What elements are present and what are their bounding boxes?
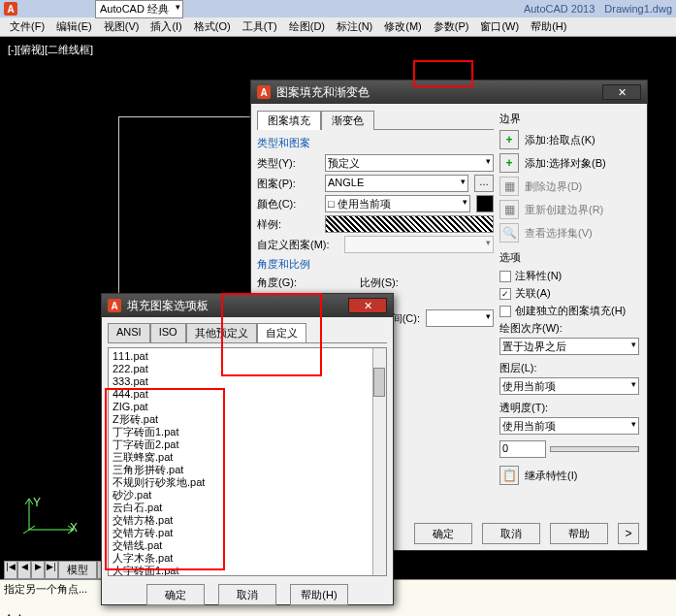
- menu-file[interactable]: 文件(F): [4, 17, 50, 36]
- color-swatch[interactable]: [476, 195, 494, 212]
- menu-window[interactable]: 窗口(W): [474, 17, 525, 36]
- tab-nav-prev[interactable]: ◀: [17, 561, 31, 579]
- list-item[interactable]: 333.pat: [113, 375, 382, 388]
- separate-label: 创建独立的图案填充(H): [515, 304, 626, 318]
- draw-order-dropdown[interactable]: 置于边界之后: [499, 338, 639, 355]
- group-angle-scale: 角度和比例: [257, 257, 494, 272]
- associative-checkbox[interactable]: ✓: [499, 288, 511, 300]
- list-item[interactable]: 111.pat: [113, 350, 382, 363]
- list-item[interactable]: 222.pat: [113, 363, 382, 375]
- layout-tab-model[interactable]: 模型: [58, 561, 97, 579]
- transparency-slider[interactable]: [550, 446, 639, 452]
- list-item[interactable]: ZIG.pat: [113, 401, 382, 413]
- angle-label: 角度(G):: [257, 276, 319, 290]
- menu-help[interactable]: 帮助(H): [525, 17, 572, 36]
- palette-tab-custom[interactable]: 自定义: [257, 323, 306, 342]
- list-item[interactable]: 人字砖面1.pat: [113, 565, 382, 576]
- annotative-checkbox[interactable]: [499, 271, 511, 282]
- color-dropdown[interactable]: □ 使用当前项: [325, 195, 470, 212]
- tab-nav-last[interactable]: ▶|: [45, 561, 58, 579]
- select-objects-icon[interactable]: +: [499, 153, 519, 173]
- pick-points-label[interactable]: 添加:拾取点(K): [525, 133, 596, 147]
- list-item[interactable]: 人字木条.pat: [113, 552, 382, 565]
- close-button[interactable]: ✕: [602, 84, 641, 100]
- list-item[interactable]: 交错方砖.pat: [113, 527, 382, 539]
- list-item[interactable]: 444.pat: [113, 388, 382, 401]
- palette-titlebar[interactable]: A 填充图案选项板 ✕: [102, 294, 393, 317]
- tab-hatch[interactable]: 图案填充: [257, 111, 321, 130]
- palette-close-button[interactable]: ✕: [348, 298, 387, 313]
- menu-view[interactable]: 视图(V): [98, 17, 145, 36]
- list-item[interactable]: 交错方格.pat: [113, 514, 382, 527]
- menu-dim[interactable]: 标注(N): [331, 17, 378, 36]
- view-selections-label: 查看选择集(V): [525, 226, 593, 241]
- sample-swatch[interactable]: [325, 215, 494, 233]
- hatch-expand-button[interactable]: >: [618, 523, 639, 544]
- palette-tab-other[interactable]: 其他预定义: [186, 323, 257, 342]
- transparency-spinner[interactable]: 0: [499, 440, 546, 458]
- custom-pattern-dropdown: [344, 236, 494, 253]
- list-item[interactable]: Z形砖.pat: [113, 413, 382, 426]
- inherit-props-label[interactable]: 继承特性(I): [525, 469, 577, 483]
- palette-scrollbar[interactable]: [372, 348, 386, 575]
- pattern-browse-button[interactable]: …: [474, 175, 494, 192]
- palette-cancel-button[interactable]: 取消: [218, 584, 276, 605]
- menu-modify[interactable]: 修改(M): [378, 17, 428, 36]
- list-item[interactable]: 云白石.pat: [113, 502, 382, 514]
- pick-points-icon[interactable]: +: [499, 130, 519, 149]
- hatch-dialog-title: 图案填充和渐变色: [276, 84, 370, 101]
- menu-param[interactable]: 参数(P): [428, 17, 475, 36]
- menu-format[interactable]: 格式(O): [188, 17, 237, 36]
- tab-nav-first[interactable]: |◀: [4, 561, 17, 579]
- layer-dropdown[interactable]: 使用当前项: [499, 377, 639, 395]
- tab-nav-next[interactable]: ▶: [31, 561, 45, 579]
- pattern-label: 图案(P):: [257, 177, 319, 191]
- palette-ok-button[interactable]: 确定: [146, 584, 205, 605]
- menu-edit[interactable]: 编辑(E): [50, 17, 98, 36]
- palette-tab-ansi[interactable]: ANSI: [108, 323, 150, 342]
- inherit-props-icon[interactable]: 📋: [499, 466, 519, 485]
- palette-list[interactable]: 111.pat 222.pat 333.pat 444.pat ZIG.pat …: [108, 347, 387, 576]
- pattern-palette-dialog: A 填充图案选项板 ✕ ANSI ISO 其他预定义 自定义 111.pat 2…: [101, 293, 394, 605]
- transparency-label: 透明度(T):: [499, 401, 639, 415]
- app-titlebar: A AutoCAD 经典 AutoCAD 2013 Drawing1.dwg: [0, 0, 676, 17]
- dialog-icon: A: [108, 299, 121, 312]
- list-item[interactable]: 三角形拼砖.pat: [113, 464, 382, 476]
- list-item[interactable]: 不规则行砂浆地.pat: [113, 476, 382, 489]
- tab-gradient[interactable]: 渐变色: [321, 111, 374, 130]
- menu-draw[interactable]: 绘图(D): [283, 17, 331, 36]
- hatch-dialog-titlebar[interactable]: A 图案填充和渐变色 ✕: [251, 81, 647, 104]
- list-item[interactable]: 交错线.pat: [113, 539, 382, 552]
- pattern-dropdown[interactable]: ANGLE: [325, 175, 468, 192]
- palette-tab-iso[interactable]: ISO: [150, 323, 186, 342]
- document-name: Drawing1.dwg: [604, 3, 672, 15]
- type-dropdown[interactable]: 预定义: [325, 154, 494, 172]
- group-type-pattern: 类型和图案: [257, 136, 494, 150]
- options-title: 选项: [499, 250, 639, 265]
- hatch-ok-button[interactable]: 确定: [414, 523, 472, 544]
- hatch-cancel-button[interactable]: 取消: [482, 523, 540, 544]
- draw-order-label: 绘图次序(W):: [499, 321, 639, 336]
- boundary-title: 边界: [499, 112, 639, 126]
- recreate-boundary-icon: ▦: [499, 200, 519, 219]
- ucs-icon: Y X: [19, 495, 78, 536]
- palette-help-button[interactable]: 帮助(H): [290, 584, 348, 605]
- menu-insert[interactable]: 插入(I): [145, 17, 187, 36]
- list-item[interactable]: 砂沙.pat: [113, 489, 382, 502]
- list-item[interactable]: 三联蜂窝.pat: [113, 451, 382, 464]
- menu-tools[interactable]: 工具(T): [237, 17, 283, 36]
- spacing-dropdown[interactable]: [426, 309, 494, 327]
- workspace-dropdown[interactable]: AutoCAD 经典: [95, 0, 183, 18]
- layer-label: 图层(L):: [499, 361, 639, 375]
- app-name: AutoCAD 2013: [524, 3, 595, 15]
- transparency-dropdown[interactable]: 使用当前项: [499, 417, 639, 435]
- menubar: 文件(F) 编辑(E) 视图(V) 插入(I) 格式(O) 工具(T) 绘图(D…: [0, 17, 676, 37]
- hatch-help-button[interactable]: 帮助: [550, 523, 608, 544]
- list-item[interactable]: 丁字砖面2.pat: [113, 438, 382, 451]
- list-item[interactable]: 丁字砖面1.pat: [113, 426, 382, 438]
- palette-title: 填充图案选项板: [127, 298, 209, 314]
- separate-checkbox[interactable]: [499, 306, 511, 317]
- remove-boundary-label: 删除边界(D): [525, 179, 582, 194]
- select-objects-label[interactable]: 添加:选择对象(B): [525, 156, 606, 171]
- annotative-label: 注释性(N): [515, 269, 562, 283]
